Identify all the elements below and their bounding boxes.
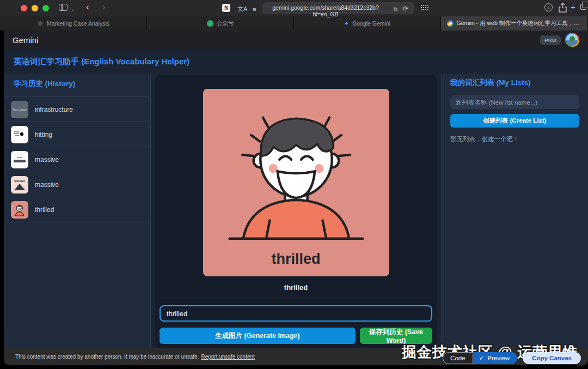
back-button[interactable]: ‹: [86, 2, 89, 12]
generate-image-button[interactable]: 生成图片 (Generate Image): [160, 328, 356, 344]
my-lists-heading: 我的词汇列表 (My Lists): [450, 78, 579, 88]
tab-overview-icon[interactable]: [580, 4, 586, 10]
translate-badge-icon[interactable]: ⧉: [394, 4, 397, 14]
gemini-brand: Gemini: [13, 35, 39, 45]
history-thumbnail: [11, 151, 28, 168]
gemini-header: Gemini PRO: [4, 31, 588, 49]
word-input[interactable]: [160, 305, 432, 322]
word-caption: thrilled: [284, 283, 308, 292]
history-item-infrastructure[interactable]: Too Large infrastructure: [4, 97, 150, 122]
pro-badge: PRO: [540, 35, 561, 45]
notion-extension-icon[interactable]: N: [222, 4, 230, 12]
address-bar[interactable]: gemini.google.com/share/a84d3212c32b?hl=…: [262, 2, 414, 14]
image-word-label: thrilled: [271, 251, 320, 268]
code-preview-toggle: Code ✓ Preview: [443, 352, 517, 364]
new-list-name-input[interactable]: [450, 95, 579, 109]
mountain-caption: Massive: [14, 179, 24, 183]
sidebar-toggle-icon[interactable]: [59, 4, 68, 11]
tab-label: Gemini - 用 web 制作一个英语词汇学习工具，功能是可以让用户输入单词…: [457, 20, 582, 27]
user-avatar[interactable]: [565, 33, 579, 47]
thrilled-boy-mini-icon: [13, 203, 27, 217]
main-column: thrilled thrilled 生成图片 (Generate Image) …: [151, 74, 441, 348]
code-tab[interactable]: Code: [443, 352, 473, 364]
new-tab-icon[interactable]: +: [571, 2, 575, 11]
page-title: 英语词汇学习助手 (English Vocabulary Helper): [14, 57, 189, 66]
share-icon[interactable]: [559, 3, 567, 13]
massive-bar-icon: [14, 160, 26, 162]
history-thumbnail: Too Large: [11, 101, 28, 118]
history-item-label: hitting: [35, 131, 52, 138]
app-content: 学习历史 (History) Too Large infrastructure …: [4, 74, 588, 348]
report-unsafe-content-link[interactable]: Report unsafe content: [201, 354, 254, 360]
card-divider: [160, 298, 432, 298]
reload-icon[interactable]: ⟳: [403, 4, 408, 14]
bar-caption-mark: [17, 157, 22, 158]
history-item-label: infrastructure: [35, 106, 73, 113]
wechat-favicon: [207, 20, 213, 27]
history-thumbnail: [11, 201, 28, 219]
history-item-label: thrilled: [35, 206, 54, 214]
save-word-button[interactable]: 保存到历史 (Save Word): [360, 328, 432, 344]
history-item-massive-2[interactable]: Massive massive: [4, 172, 150, 197]
tab-label: 公众号: [217, 20, 234, 27]
my-lists-panel: 我的词汇列表 (My Lists) 创建列表 (Create List) 暂无列…: [441, 74, 588, 348]
gemini-sparkle-favicon: ✦: [344, 20, 349, 27]
forward-button[interactable]: ›: [102, 2, 106, 12]
word-card: thrilled thrilled 生成图片 (Generate Image) …: [155, 75, 437, 348]
history-sidebar: 学习历史 (History) Too Large infrastructure …: [4, 74, 151, 348]
history-item-thrilled[interactable]: thrilled: [4, 197, 150, 222]
window-close-button[interactable]: [21, 5, 27, 11]
window-zoom-button[interactable]: [42, 5, 49, 11]
history-item-hitting[interactable]: hitting: [4, 122, 150, 147]
create-list-button[interactable]: 创建列表 (Create List): [450, 114, 579, 128]
generated-image: thrilled: [203, 89, 389, 276]
check-icon: ✓: [479, 354, 485, 362]
disclaimer-text: This content was created by another pers…: [15, 354, 199, 360]
tab-wechat-official[interactable]: 公众号: [147, 16, 294, 31]
url-text: gemini.google.com/share/a84d3212c32b?hl=…: [262, 4, 389, 17]
copy-canvas-button[interactable]: Copy Canvas: [523, 352, 581, 364]
tab-label: Marketing Case Analysis: [47, 20, 109, 27]
translate-extension-icon[interactable]: 文A: [237, 4, 247, 14]
history-item-label: massive: [35, 156, 59, 164]
history-heading: 学习历史 (History): [4, 74, 150, 97]
history-item-massive-1[interactable]: massive: [4, 147, 150, 172]
tab1-favicon: [37, 20, 44, 27]
app-title-row: 英语词汇学习助手 (English Vocabulary Helper): [4, 49, 588, 74]
history-thumbnail: [11, 126, 28, 143]
browser-chrome: ⌄ ‹ › N 文A ≡ gemini.google.com/share/a84…: [0, 0, 588, 16]
tab-bar: Marketing Case Analysis 公众号 ✦ Google Gem…: [0, 16, 588, 31]
google-g-favicon: [447, 20, 454, 27]
mountain-icon: [14, 184, 25, 190]
tab-gemini-share-active[interactable]: Gemini - 用 web 制作一个英语词汇学习工具，功能是可以让用户输入单词…: [441, 16, 588, 31]
ball-sketch-icon: [13, 128, 27, 142]
tab-marketing-case-analysis[interactable]: Marketing Case Analysis: [0, 16, 147, 31]
tab-google-gemini[interactable]: ✦ Google Gemini: [294, 16, 441, 31]
preview-label: Preview: [487, 355, 510, 361]
chevron-down-icon[interactable]: ⌄: [71, 4, 75, 14]
canvas-controls: Code ✓ Preview Copy Canvas: [443, 352, 581, 364]
action-buttons-row: 生成图片 (Generate Image) 保存到历史 (Save Word): [160, 328, 432, 344]
thrilled-boy-illustration: [223, 92, 370, 251]
downloads-icon[interactable]: ↓: [544, 3, 553, 11]
reader-extension-icon[interactable]: ≡: [253, 4, 256, 14]
extensions-grid-icon[interactable]: [420, 4, 428, 11]
preview-tab[interactable]: ✓ Preview: [473, 352, 518, 364]
gemini-share-page: Gemini PRO 英语词汇学习助手 (English Vocabulary …: [4, 31, 588, 365]
empty-lists-message: 暂无列表，创建一个吧！: [450, 135, 579, 143]
tab-label: Google Gemini: [352, 20, 390, 27]
history-thumbnail: Massive: [11, 176, 28, 193]
history-item-label: massive: [35, 181, 59, 189]
window-minimize-button[interactable]: [32, 5, 38, 11]
